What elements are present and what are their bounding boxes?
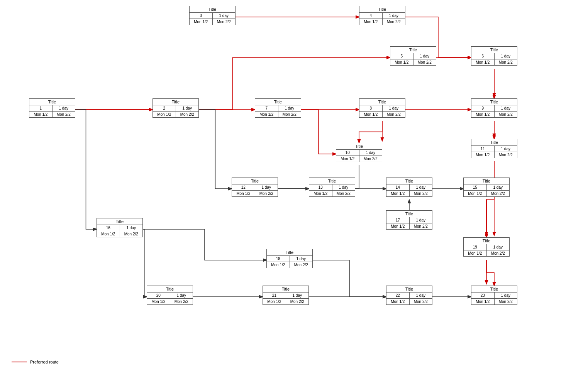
task-card-11[interactable]: Title 11 1 day Mon 1/2 Mon 2/2 (471, 139, 517, 158)
card-start-4: Mon 1/2 (359, 19, 383, 25)
card-title-15: Title (464, 178, 509, 184)
card-dur-7: 1 day (278, 105, 301, 111)
card-title-1: Title (29, 99, 75, 105)
task-card-12[interactable]: Title 12 1 day Mon 1/2 Mon 2/2 (232, 178, 278, 197)
diagram-canvas: Title 1 1 day Mon 1/2 Mon 2/2 Title 2 1 … (0, 0, 588, 372)
card-dur-16: 1 day (120, 225, 143, 231)
card-dur-20: 1 day (170, 293, 193, 298)
card-start-21: Mon 1/2 (263, 299, 286, 304)
card-end-15: Mon 2/2 (487, 191, 510, 196)
card-end-16: Mon 2/2 (120, 231, 143, 237)
card-start-1: Mon 1/2 (29, 112, 53, 117)
card-start-23: Mon 1/2 (471, 299, 495, 304)
task-card-10[interactable]: Title 10 1 day Mon 1/2 Mon 2/2 (336, 143, 382, 162)
card-dur-2: 1 day (176, 105, 199, 111)
card-start-3: Mon 1/2 (190, 19, 213, 25)
card-end-10: Mon 2/2 (359, 156, 382, 162)
task-card-21[interactable]: Title 21 1 day Mon 1/2 Mon 2/2 (263, 286, 309, 305)
card-dur-3: 1 day (213, 13, 236, 19)
card-dur-8: 1 day (383, 105, 405, 111)
card-num-8: 8 (359, 105, 383, 111)
task-card-3[interactable]: Title 3 1 day Mon 1/2 Mon 2/2 (189, 6, 236, 25)
task-card-5[interactable]: Title 5 1 day Mon 1/2 Mon 2/2 (390, 46, 436, 66)
card-end-6: Mon 2/2 (495, 59, 517, 65)
card-end-17: Mon 2/2 (410, 223, 432, 229)
task-card-17[interactable]: Title 17 1 day Mon 1/2 Mon 2/2 (386, 210, 432, 230)
card-start-2: Mon 1/2 (153, 112, 176, 117)
legend-label: Preferred route (30, 360, 59, 364)
task-card-13[interactable]: Title 13 1 day Mon 1/2 Mon 2/2 (309, 178, 355, 197)
card-title-11: Title (471, 139, 517, 146)
card-num-2: 2 (153, 105, 176, 111)
card-start-6: Mon 1/2 (471, 59, 495, 65)
card-num-6: 6 (471, 53, 495, 59)
task-card-7[interactable]: Title 7 1 day Mon 1/2 Mon 2/2 (255, 98, 301, 118)
card-dur-11: 1 day (495, 146, 517, 152)
task-card-23[interactable]: Title 23 1 day Mon 1/2 Mon 2/2 (471, 286, 517, 305)
card-num-1: 1 (29, 105, 53, 111)
card-num-5: 5 (390, 53, 413, 59)
card-title-8: Title (359, 99, 405, 105)
card-end-13: Mon 2/2 (332, 191, 355, 196)
card-start-12: Mon 1/2 (232, 191, 255, 196)
card-title-16: Title (97, 218, 142, 225)
card-title-10: Title (336, 143, 382, 150)
card-start-17: Mon 1/2 (386, 223, 410, 229)
legend-line (12, 362, 27, 362)
card-num-22: 22 (386, 293, 410, 298)
card-title-13: Title (309, 178, 355, 184)
card-start-5: Mon 1/2 (390, 59, 413, 65)
task-card-14[interactable]: Title 14 1 day Mon 1/2 Mon 2/2 (386, 178, 432, 197)
card-start-18: Mon 1/2 (267, 262, 290, 268)
card-end-22: Mon 2/2 (410, 299, 432, 304)
card-title-14: Title (386, 178, 432, 184)
card-num-12: 12 (232, 184, 255, 190)
card-dur-21: 1 day (286, 293, 309, 298)
card-dur-4: 1 day (383, 13, 405, 19)
card-start-19: Mon 1/2 (464, 250, 487, 256)
card-num-14: 14 (386, 184, 410, 190)
card-num-21: 21 (263, 293, 286, 298)
card-dur-22: 1 day (410, 293, 432, 298)
task-card-16[interactable]: Title 16 1 day Mon 1/2 Mon 2/2 (97, 218, 143, 237)
task-card-2[interactable]: Title 2 1 day Mon 1/2 Mon 2/2 (153, 98, 199, 118)
task-card-19[interactable]: Title 19 1 day Mon 1/2 Mon 2/2 (463, 237, 510, 257)
card-dur-5: 1 day (413, 53, 436, 59)
card-dur-9: 1 day (495, 105, 517, 111)
card-start-13: Mon 1/2 (309, 191, 332, 196)
card-title-12: Title (232, 178, 278, 184)
card-num-10: 10 (336, 150, 359, 156)
task-card-15[interactable]: Title 15 1 day Mon 1/2 Mon 2/2 (463, 178, 510, 197)
task-card-6[interactable]: Title 6 1 day Mon 1/2 Mon 2/2 (471, 46, 517, 66)
card-title-22: Title (386, 286, 432, 293)
card-start-8: Mon 1/2 (359, 112, 383, 117)
task-card-20[interactable]: Title 20 1 day Mon 1/2 Mon 2/2 (147, 286, 193, 305)
card-end-23: Mon 2/2 (495, 299, 517, 304)
card-num-3: 3 (190, 13, 213, 19)
task-card-18[interactable]: Title 18 1 day Mon 1/2 Mon 2/2 (266, 249, 313, 268)
card-title-9: Title (471, 99, 517, 105)
card-num-20: 20 (147, 293, 170, 298)
task-card-8[interactable]: Title 8 1 day Mon 1/2 Mon 2/2 (359, 98, 405, 118)
card-dur-12: 1 day (255, 184, 278, 190)
card-num-7: 7 (255, 105, 278, 111)
card-num-23: 23 (471, 293, 495, 298)
card-end-20: Mon 2/2 (170, 299, 193, 304)
card-dur-14: 1 day (410, 184, 432, 190)
card-title-5: Title (390, 47, 436, 53)
task-card-22[interactable]: Title 22 1 day Mon 1/2 Mon 2/2 (386, 286, 432, 305)
card-start-10: Mon 1/2 (336, 156, 359, 162)
task-card-1[interactable]: Title 1 1 day Mon 1/2 Mon 2/2 (29, 98, 75, 118)
card-num-15: 15 (464, 184, 487, 190)
task-card-4[interactable]: Title 4 1 day Mon 1/2 Mon 2/2 (359, 6, 405, 25)
card-dur-18: 1 day (290, 256, 313, 262)
card-title-4: Title (359, 6, 405, 13)
card-num-9: 9 (471, 105, 495, 111)
card-dur-19: 1 day (487, 244, 510, 250)
card-title-6: Title (471, 47, 517, 53)
task-card-9[interactable]: Title 9 1 day Mon 1/2 Mon 2/2 (471, 98, 517, 118)
card-title-2: Title (153, 99, 198, 105)
card-num-4: 4 (359, 13, 383, 19)
card-title-17: Title (386, 211, 432, 217)
card-dur-17: 1 day (410, 217, 432, 223)
